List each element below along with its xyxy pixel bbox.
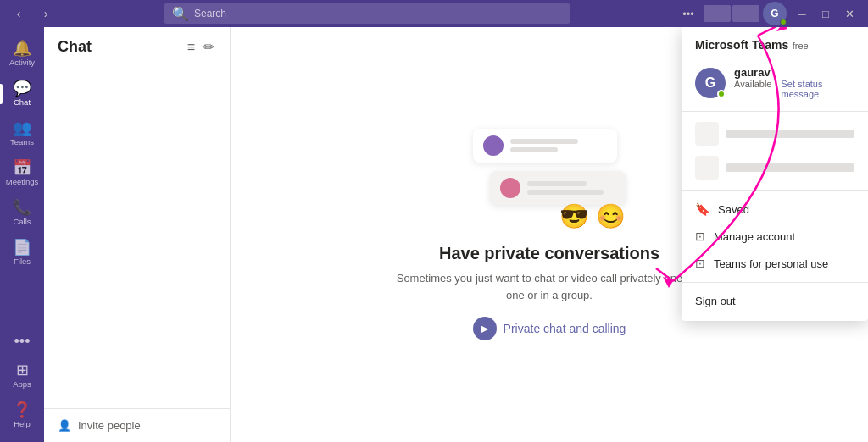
invite-icon: 👤 (58, 419, 71, 432)
user-avatar-button[interactable]: G (763, 2, 787, 25)
divider-3 (682, 282, 868, 283)
invite-label: Invite people (78, 419, 141, 432)
sidebar-item-activity[interactable]: 🔔 Activity (3, 36, 41, 72)
more-options-button[interactable]: ••• (676, 2, 700, 25)
chat-illustration: 😎 😊 (465, 129, 634, 230)
sidebar-item-help[interactable]: ❓ Help (3, 397, 41, 434)
maximize-button[interactable]: □ (814, 2, 837, 25)
sidebar-item-label-chat: Chat (14, 97, 31, 107)
empty-state-description: Sometimes you just want to chat or video… (388, 270, 710, 303)
sidebar-item-label-meetings: Meetings (6, 177, 39, 186)
search-bar[interactable]: 🔍 (164, 3, 570, 24)
calls-icon: 📞 (13, 200, 31, 215)
chat-bubble-1 (473, 129, 617, 163)
sidebar-bottom: ••• ⊞ Apps ❓ Help (3, 327, 41, 435)
divider-1 (682, 111, 868, 112)
help-icon: ❓ (13, 402, 31, 417)
activity-icon: 🔔 (13, 41, 31, 56)
sidebar-item-files[interactable]: 📄 Files (3, 235, 41, 271)
nav-buttons: ‹ › (7, 2, 58, 25)
cta-label: Private chat and calling (504, 322, 626, 335)
sidebar-item-meetings[interactable]: 📅 Meetings (3, 155, 41, 191)
saved-icon: 🔖 (695, 202, 709, 216)
status-dot-text: · (775, 79, 777, 99)
empty-state-title: Have private conversations (439, 244, 659, 263)
status-text: Available (734, 79, 771, 99)
sidebar-item-label-calls: Calls (13, 217, 31, 226)
chat-panel-actions: ≡ ✏ (186, 37, 216, 57)
dropdown-user-info: gaurav Available · Set status message (734, 66, 854, 99)
invite-people-button[interactable]: 👤 Invite people (44, 408, 230, 442)
bubble-lines-1 (510, 139, 578, 152)
sidebar-item-label-files: Files (14, 257, 31, 266)
manage-account-label: Manage account (714, 230, 795, 243)
bubble-avatar-2 (500, 178, 520, 198)
dropdown-username: gaurav (734, 66, 854, 79)
profile-dropdown: Microsoft Teams free G gaurav Available … (682, 27, 868, 321)
bubble-line (510, 139, 578, 144)
sign-out-button[interactable]: Sign out (682, 288, 868, 314)
placeholder-row-1 (682, 117, 868, 151)
manage-icon: ⊡ (695, 229, 705, 243)
chat-icon: 💬 (13, 80, 31, 96)
back-button[interactable]: ‹ (7, 2, 31, 25)
main-content: 😎 😊 Have private conversations Sometimes… (231, 27, 868, 442)
files-icon: 📄 (13, 240, 31, 255)
placeholder-icon-2 (695, 156, 719, 180)
dropdown-status: Available · Set status message (734, 79, 854, 99)
search-icon: 🔍 (172, 6, 189, 22)
cta-button[interactable]: ▶ Private chat and calling (473, 317, 626, 340)
sidebar-item-chat[interactable]: 💬 Chat (3, 75, 41, 112)
chat-panel-title: Chat (58, 38, 92, 56)
filter-button[interactable]: ≡ (186, 37, 197, 57)
sidebar-item-teams[interactable]: 👥 Teams (3, 115, 41, 152)
titlebar: ‹ › 🔍 ••• G ─ □ ✕ (0, 0, 868, 27)
placeholder-text-1 (726, 130, 854, 138)
close-button[interactable]: ✕ (837, 2, 861, 25)
teams-personal-item[interactable]: ⊡ Teams for personal use (682, 250, 868, 277)
bubble-line (510, 147, 558, 152)
apps-icon: ⊞ (16, 362, 29, 378)
play-icon: ▶ (473, 317, 497, 340)
plan-label: free (793, 41, 809, 51)
set-status-link[interactable]: Set status message (782, 79, 854, 99)
bubble-line (527, 181, 587, 186)
manage-account-item[interactable]: ⊡ Manage account (682, 223, 868, 250)
dropdown-avatar: G (695, 68, 726, 98)
sidebar-item-label-help: Help (14, 419, 31, 428)
saved-item[interactable]: 🔖 Saved (682, 196, 868, 223)
placeholder-row-2 (682, 151, 868, 185)
sidebar-item-calls[interactable]: 📞 Calls (3, 195, 41, 231)
sidebar-item-label-teams: Teams (10, 137, 34, 146)
main-area: 🔔 Activity 💬 Chat 👥 Teams 📅 Meetings 📞 C… (0, 27, 868, 442)
dropdown-user-row: G gaurav Available · Set status message (682, 59, 868, 106)
titlebar-right: ••• G ─ □ ✕ (676, 2, 861, 25)
bubble-avatar-1 (483, 135, 504, 156)
meetings-icon: 📅 (13, 160, 31, 175)
forward-button[interactable]: › (34, 2, 58, 25)
teams-personal-label: Teams for personal use (714, 257, 828, 270)
dropdown-status-dot (717, 90, 726, 98)
sidebar-item-apps[interactable]: ⊞ Apps (3, 357, 41, 394)
teams-personal-icon: ⊡ (695, 257, 705, 270)
sidebar: 🔔 Activity 💬 Chat 👥 Teams 📅 Meetings 📞 C… (0, 27, 44, 442)
bubble-lines-2 (527, 181, 604, 195)
chat-bubble-2 (490, 171, 626, 205)
status-indicator (780, 19, 787, 25)
sidebar-item-label-activity: Activity (9, 58, 35, 67)
chat-panel-header: Chat ≡ ✏ (44, 27, 230, 64)
sidebar-item-label-apps: Apps (13, 379, 31, 389)
minimize-button[interactable]: ─ (790, 2, 814, 25)
placeholder-text-2 (726, 163, 854, 172)
emoji-row: 😎 😊 (559, 202, 626, 230)
sidebar-item-more[interactable]: ••• (3, 329, 41, 354)
more-icon: ••• (14, 334, 31, 349)
bubble-line (527, 190, 604, 195)
search-input[interactable] (194, 8, 562, 19)
window-controls: ─ □ ✕ (790, 2, 861, 25)
teams-icon: 👥 (13, 120, 31, 135)
screen-btn (704, 5, 731, 22)
divider-2 (682, 190, 868, 191)
empty-state: 😎 😊 Have private conversations Sometimes… (371, 112, 727, 357)
new-chat-button[interactable]: ✏ (202, 37, 216, 57)
